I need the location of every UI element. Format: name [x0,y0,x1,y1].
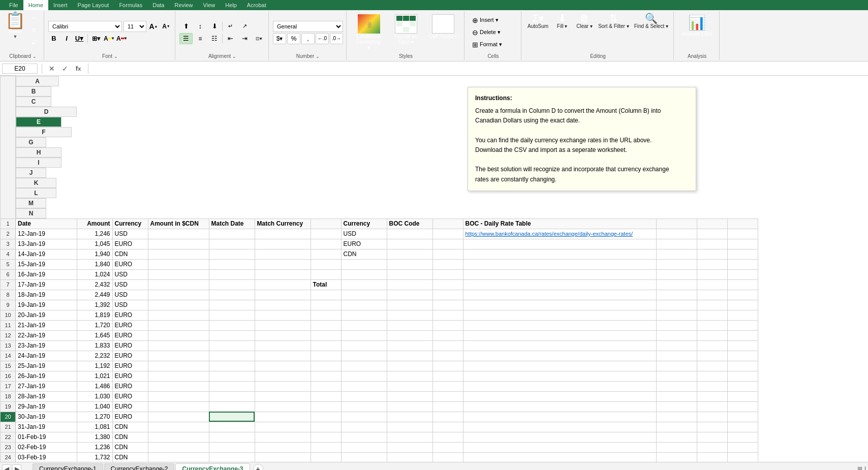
borders-button[interactable]: ⊞▾ [90,33,102,44]
cell-d16[interactable] [148,371,209,381]
cell-k24[interactable] [463,452,656,462]
cell-b1[interactable]: Amount [77,218,112,229]
cell-e16[interactable] [209,371,255,381]
cell-d7[interactable] [148,279,209,290]
cell-c19[interactable]: EURO [112,401,148,412]
decrease-font-size-button[interactable]: A▼ [161,21,172,32]
cell-b13[interactable]: 1,833 [77,340,112,351]
cell-d12[interactable] [148,330,209,340]
cell-e19[interactable] [209,401,255,412]
cell-n22[interactable] [727,432,758,442]
cell-b15[interactable]: 1,192 [77,361,112,371]
cell-b7[interactable]: 2,432 [77,279,112,290]
bold-button[interactable]: B [48,33,59,44]
row-number[interactable]: 8 [1,290,16,300]
cell-f16[interactable] [255,371,311,381]
cell-n5[interactable] [727,259,758,269]
cell-a17[interactable]: 27-Jan-19 [16,381,77,391]
row-number[interactable]: 7 [1,279,16,290]
cell-g5[interactable] [311,259,341,269]
cell-g22[interactable] [311,432,341,442]
row-number[interactable]: 14 [1,351,16,361]
cell-i20[interactable] [387,412,432,422]
cell-f23[interactable] [255,442,311,452]
col-header-i[interactable]: I [16,158,61,168]
cell-k15[interactable] [463,361,656,371]
cell-a1[interactable]: Date [16,218,77,229]
cell-h1[interactable]: Currency [341,218,387,229]
cell-l14[interactable] [656,351,697,361]
insert-function-button[interactable]: fx [73,63,84,74]
cell-d15[interactable] [148,361,209,371]
row-number[interactable]: 5 [1,259,16,269]
cell-l9[interactable] [656,300,697,310]
cell-n4[interactable] [727,249,758,259]
cell-e18[interactable] [209,391,255,401]
cell-e4[interactable] [209,249,255,259]
cell-l15[interactable] [656,361,697,371]
cell-c5[interactable]: EURO [112,259,148,269]
cell-c3[interactable]: EURO [112,239,148,249]
cell-j7[interactable] [432,279,463,290]
cell-e10[interactable] [209,310,255,320]
paste-button[interactable]: 📋 Paste ▼ [5,12,25,39]
cell-k23[interactable] [463,442,656,452]
cell-a3[interactable]: 13-Jan-19 [16,239,77,249]
cell-m16[interactable] [697,371,727,381]
cell-g7[interactable]: Total [311,279,341,290]
cell-f24[interactable] [255,452,311,462]
cell-e9[interactable] [209,300,255,310]
cell-d13[interactable] [148,340,209,351]
cell-j15[interactable] [432,361,463,371]
cell-b4[interactable]: 1,940 [77,249,112,259]
sort-filter-button[interactable]: ⇅ Sort & Filter ▾ [596,12,631,30]
cell-h11[interactable] [341,320,387,330]
cell-b24[interactable]: 1,732 [77,452,112,462]
cell-j19[interactable] [432,401,463,412]
col-header-k[interactable]: K [16,178,56,188]
cell-f9[interactable] [255,300,311,310]
row-number[interactable]: 13 [1,340,16,351]
cell-a9[interactable]: 19-Jan-19 [16,300,77,310]
cell-f19[interactable] [255,401,311,412]
cut-button[interactable]: ✂ [26,12,41,23]
cell-i10[interactable] [387,310,432,320]
decrease-decimal-button[interactable]: ←.0 [316,33,329,44]
comma-button[interactable]: , [301,33,315,44]
row-number[interactable]: 12 [1,330,16,340]
tab-ellipsis[interactable]: ... [24,465,29,471]
underline-button[interactable]: U▾ [74,33,85,44]
cell-j2[interactable] [432,229,463,239]
copy-button[interactable]: ⧉ [26,24,41,36]
delete-button[interactable]: ⊖ Delete ▾ [469,27,504,38]
cell-b9[interactable]: 1,392 [77,300,112,310]
cell-g9[interactable] [311,300,341,310]
boc-link[interactable]: https://www.bankofcanada.ca/rates/exchan… [466,231,633,237]
cell-l2[interactable] [656,229,697,239]
sheet-tab-3[interactable]: CurrencyExchange-3 [175,463,250,471]
cell-h24[interactable] [341,452,387,462]
cell-j24[interactable] [432,452,463,462]
tab-help[interactable]: Help [220,0,242,10]
align-center-button[interactable]: ≡ [194,33,207,44]
row-number[interactable]: 6 [1,269,16,279]
cell-m6[interactable] [697,269,727,279]
cell-g19[interactable] [311,401,341,412]
cell-g20[interactable] [311,412,341,422]
cell-i7[interactable] [387,279,432,290]
cell-k13[interactable] [463,340,656,351]
number-format-select[interactable]: General [273,21,343,32]
cell-l3[interactable] [656,239,697,249]
cell-b11[interactable]: 1,720 [77,320,112,330]
cell-l8[interactable] [656,290,697,300]
align-top-button[interactable]: ⬆ [179,21,193,32]
cell-c2[interactable]: USD [112,229,148,239]
cell-f6[interactable] [255,269,311,279]
cell-j10[interactable] [432,310,463,320]
tab-scroll-right-button[interactable]: ▶ [12,464,21,471]
cell-j4[interactable] [432,249,463,259]
clear-button[interactable]: 🗑 Clear ▾ [574,12,595,30]
analyze-data-button[interactable]: 📊 Analyze Data [678,12,716,39]
cell-m21[interactable] [697,422,727,432]
cell-f15[interactable] [255,361,311,371]
